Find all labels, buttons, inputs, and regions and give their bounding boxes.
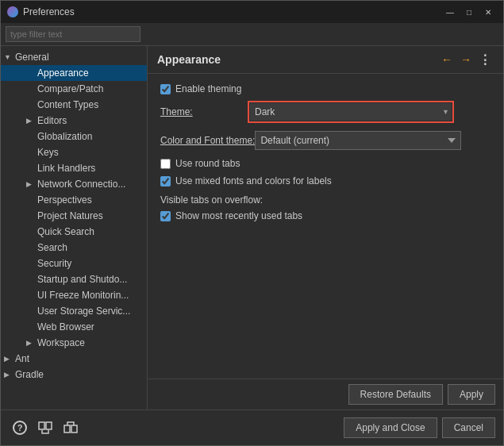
expander-icon: ▼	[4, 53, 15, 61]
preferences-window: Preferences — □ ✕ ▼ General Appearance	[0, 0, 504, 446]
round-tabs-label[interactable]: Use round tabs	[175, 158, 240, 169]
sidebar-item-editors[interactable]: ▶ Editors	[1, 113, 147, 129]
sidebar-item-label: Appearance	[37, 67, 144, 79]
sidebar-item-network[interactable]: ▶ Network Connectio...	[1, 176, 147, 192]
filter-input[interactable]	[6, 26, 140, 42]
sidebar-item-label: User Storage Servic...	[37, 306, 144, 317]
main-content: ▼ General Appearance Compare/Patch Conte…	[1, 46, 503, 409]
mixed-fonts-checkbox[interactable]	[160, 176, 171, 186]
sidebar-item-general[interactable]: ▼ General	[1, 49, 147, 65]
expander-icon: ▶	[26, 339, 37, 347]
round-tabs-row: Use round tabs	[160, 158, 491, 169]
theme-select-wrapper: Dark Light Classic System Default ▼	[248, 101, 454, 123]
visible-tabs-label: Visible tabs on overflow:	[160, 194, 491, 206]
panel-footer: Restore Defaults Apply	[148, 379, 503, 409]
right-panel: Appearance ← → ⋮ Enable theming Theme:	[148, 46, 503, 409]
sidebar-item-label: UI Freeze Monitorin...	[37, 290, 144, 301]
mixed-fonts-label[interactable]: Use mixed fonts and colors for labels	[175, 175, 332, 186]
sidebar-item-label: Compare/Patch	[37, 83, 144, 94]
expander-icon: ▶	[4, 355, 15, 363]
sidebar-item-search[interactable]: Search	[1, 240, 147, 256]
theme-row: Theme: Dark Light Classic System Default…	[160, 101, 491, 123]
sidebar-item-security[interactable]: Security	[1, 256, 147, 271]
panel-body: Enable theming Theme: Dark Light Classic…	[148, 74, 503, 379]
color-font-select[interactable]: Default (current) Light Dark	[255, 131, 461, 150]
sidebar-item-quick-search[interactable]: Quick Search	[1, 224, 147, 240]
import-icon	[38, 421, 52, 434]
restore-defaults-button[interactable]: Restore Defaults	[348, 384, 443, 405]
enable-theming-label[interactable]: Enable theming	[175, 83, 241, 94]
sidebar-item-link-handlers[interactable]: Link Handlers	[1, 160, 147, 176]
recent-tabs-row: Show most recently used tabs	[160, 210, 491, 221]
apply-close-button[interactable]: Apply and Close	[344, 417, 437, 438]
expander-icon: ▶	[26, 180, 37, 188]
enable-theming-checkbox[interactable]	[160, 84, 171, 94]
sidebar-item-keys[interactable]: Keys	[1, 144, 147, 160]
panel-header: Appearance ← → ⋮	[148, 46, 503, 74]
sidebar-item-label: Project Natures	[37, 210, 144, 221]
close-button[interactable]: ✕	[479, 3, 497, 21]
sidebar-item-perspectives[interactable]: Perspectives	[1, 192, 147, 208]
sidebar-item-appearance[interactable]: Appearance	[1, 65, 147, 81]
sidebar-item-label: Startup and Shutdo...	[37, 274, 144, 285]
sidebar-item-compare-patch[interactable]: Compare/Patch	[1, 81, 147, 97]
sidebar-item-label: Editors	[37, 115, 144, 126]
cancel-button[interactable]: Cancel	[442, 417, 495, 438]
svg-rect-1	[46, 422, 52, 429]
svg-rect-3	[71, 425, 77, 433]
dialog-footer-right: Apply and Close Cancel	[344, 417, 495, 438]
recent-tabs-checkbox[interactable]	[160, 211, 171, 221]
sidebar-item-ant[interactable]: ▶ Ant	[1, 351, 147, 367]
sidebar-item-label: Keys	[37, 147, 144, 158]
sidebar-item-label: Perspectives	[37, 194, 144, 206]
sidebar-item-startup[interactable]: Startup and Shutdo...	[1, 271, 147, 287]
help-icon: ?	[13, 421, 27, 435]
sidebar-item-label: Link Handlers	[37, 163, 144, 174]
round-tabs-checkbox[interactable]	[160, 159, 171, 169]
filter-bar	[1, 23, 503, 46]
window-title: Preferences	[23, 6, 75, 17]
sidebar-item-label: Network Connectio...	[37, 179, 144, 190]
sidebar-item-user-storage[interactable]: User Storage Servic...	[1, 303, 147, 319]
panel-menu-button[interactable]: ⋮	[476, 51, 494, 68]
maximize-button[interactable]: □	[460, 3, 478, 21]
svg-rect-0	[39, 422, 44, 429]
sidebar-item-content-types[interactable]: Content Types	[1, 97, 147, 113]
expander-icon: ▶	[26, 117, 37, 125]
expander-icon: ▶	[4, 371, 15, 379]
title-bar-left: Preferences	[7, 6, 75, 17]
dialog-footer: ? Apply and Close Cancel	[1, 409, 503, 445]
sidebar-item-gradle[interactable]: ▶ Gradle	[1, 367, 147, 383]
export-button[interactable]	[60, 417, 82, 439]
color-font-row: Color and Font theme: Default (current) …	[160, 131, 491, 150]
export-icon	[63, 421, 78, 434]
title-bar: Preferences — □ ✕	[1, 1, 503, 23]
panel-toolbar: ← → ⋮	[438, 51, 494, 68]
preferences-icon	[7, 6, 18, 17]
panel-title: Appearance	[157, 53, 221, 66]
sidebar-item-project-natures[interactable]: Project Natures	[1, 208, 147, 224]
apply-button[interactable]: Apply	[448, 384, 495, 405]
dialog-footer-left: ?	[9, 417, 82, 439]
help-button[interactable]: ?	[9, 417, 31, 439]
theme-select[interactable]: Dark Light Classic System Default	[250, 103, 452, 121]
sidebar-item-label: Content Types	[37, 99, 144, 110]
sidebar-item-label: Quick Search	[37, 226, 144, 237]
sidebar-item-label: Security	[37, 258, 144, 269]
sidebar-item-label: Search	[37, 242, 144, 253]
minimize-button[interactable]: —	[441, 3, 459, 21]
sidebar-item-label: Web Browser	[37, 321, 144, 333]
forward-button[interactable]: →	[457, 51, 475, 68]
recent-tabs-label[interactable]: Show most recently used tabs	[175, 210, 302, 221]
import-button[interactable]	[34, 417, 56, 439]
back-button[interactable]: ←	[438, 51, 456, 68]
sidebar: ▼ General Appearance Compare/Patch Conte…	[1, 46, 148, 409]
sidebar-item-globalization[interactable]: Globalization	[1, 129, 147, 144]
svg-rect-2	[64, 425, 70, 433]
sidebar-item-web-browser[interactable]: Web Browser	[1, 319, 147, 335]
sidebar-item-label: Globalization	[37, 131, 144, 142]
sidebar-item-workspace[interactable]: ▶ Workspace	[1, 335, 147, 351]
mixed-fonts-row: Use mixed fonts and colors for labels	[160, 175, 491, 186]
sidebar-item-ui-freeze[interactable]: UI Freeze Monitorin...	[1, 287, 147, 303]
sidebar-item-label: General	[15, 52, 144, 63]
